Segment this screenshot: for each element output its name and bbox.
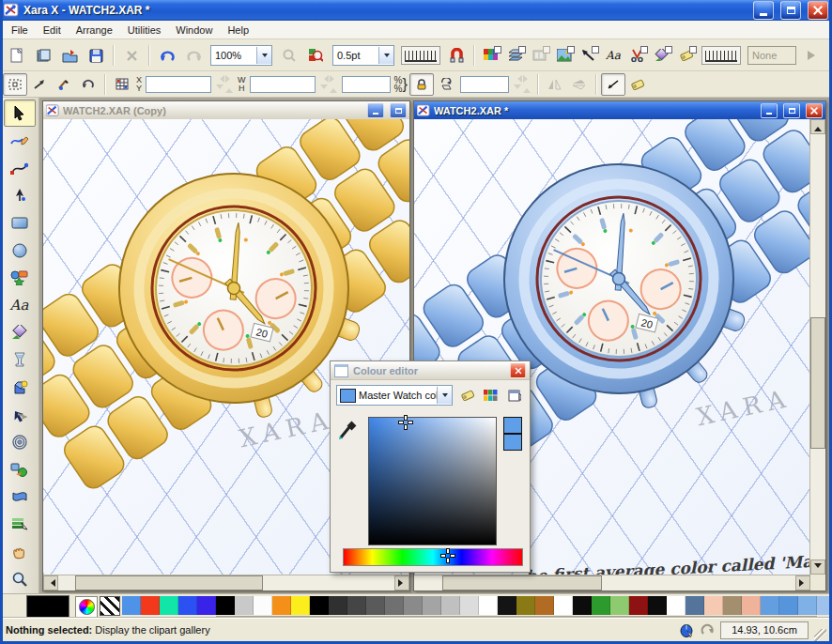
- document-copy-titlebar[interactable]: WATCH2.XAR (Copy): [43, 101, 409, 119]
- selector-tool[interactable]: [4, 100, 36, 127]
- palette-swatch[interactable]: [592, 596, 610, 615]
- skew-mode-button[interactable]: [434, 73, 458, 96]
- save-button[interactable]: [83, 43, 109, 68]
- redo-button[interactable]: [180, 43, 207, 68]
- colour-editor-titlebar[interactable]: Colour editor: [331, 361, 530, 380]
- titlebar[interactable]: Xara X - WATCH2.XAR *: [0, 0, 832, 21]
- palette-swatch[interactable]: [629, 596, 648, 615]
- colour-picker-crosshair[interactable]: [398, 415, 413, 430]
- shadow-tool[interactable]: [4, 401, 36, 428]
- zoom-tool[interactable]: [4, 566, 36, 593]
- freehand-tool[interactable]: [4, 127, 36, 154]
- flip-horizontal-button[interactable]: [543, 73, 567, 96]
- palette-swatch[interactable]: [197, 596, 216, 615]
- doc-vscrollbar[interactable]: [809, 119, 825, 575]
- flip-vertical-button[interactable]: [567, 73, 592, 96]
- scroll-right-button[interactable]: [394, 575, 409, 590]
- scroll-down-button[interactable]: [810, 560, 825, 575]
- fill-interactive-button[interactable]: [52, 73, 76, 96]
- new-from-template-button[interactable]: [30, 43, 56, 68]
- no-colour-swatch[interactable]: [100, 596, 120, 616]
- palette-swatch[interactable]: [141, 596, 160, 615]
- minimize-button[interactable]: [753, 1, 774, 20]
- palette-swatch[interactable]: [460, 596, 479, 615]
- angle-field[interactable]: [460, 76, 509, 93]
- menu-edit[interactable]: Edit: [36, 23, 69, 38]
- doc-copy-minimize-button[interactable]: [367, 103, 384, 118]
- menu-file[interactable]: File: [4, 23, 36, 38]
- palette-swatch[interactable]: [385, 596, 404, 615]
- transparency-tool[interactable]: [4, 346, 36, 374]
- palette-swatch[interactable]: [817, 596, 832, 615]
- new-document-button[interactable]: [4, 43, 30, 68]
- snap-grid-button[interactable]: [110, 73, 134, 96]
- lock-aspect-button[interactable]: [409, 73, 434, 96]
- palette-swatch[interactable]: [254, 596, 272, 615]
- colour-gallery-button[interactable]: [479, 44, 503, 67]
- show-colour-gallery-button[interactable]: [482, 386, 500, 405]
- quickshape-tool[interactable]: [4, 264, 36, 291]
- saturation-value-picker[interactable]: [368, 417, 497, 545]
- delete-button[interactable]: [118, 43, 145, 68]
- doc-copy-hscrollbar[interactable]: [43, 575, 409, 590]
- extra-options-button[interactable]: [506, 386, 524, 405]
- font-gallery-button[interactable]: Aa: [601, 44, 625, 67]
- palette-swatch[interactable]: [742, 596, 761, 615]
- scroll-up-button[interactable]: [810, 119, 825, 134]
- colour-editor-close-button[interactable]: [510, 363, 526, 378]
- palette-swatch[interactable]: [798, 596, 817, 615]
- pen-tool[interactable]: [4, 182, 36, 209]
- hue-strip[interactable]: [343, 548, 523, 566]
- document-titlebar[interactable]: WATCH2.XAR *: [414, 101, 825, 119]
- colour-editor-launch-button[interactable]: [75, 596, 98, 618]
- line-width-combo[interactable]: 0.5pt: [332, 45, 394, 66]
- redo-indicator-icon[interactable]: [700, 622, 715, 637]
- colour-name-combo-arrow[interactable]: [437, 387, 452, 404]
- size-nudge-arrows[interactable]: [320, 75, 337, 93]
- show-edit-handles-button[interactable]: [601, 73, 625, 96]
- live-effects-tool[interactable]: [4, 511, 36, 538]
- palette-swatch[interactable]: [648, 596, 667, 615]
- palette-swatch[interactable]: [516, 596, 535, 615]
- maximize-button[interactable]: [780, 1, 801, 20]
- doc-minimize-button[interactable]: [761, 103, 778, 118]
- zoom-to-drawing-button[interactable]: [302, 43, 329, 68]
- mould-tool[interactable]: [4, 483, 36, 511]
- scroll-thumb[interactable]: [810, 317, 825, 449]
- snap-to-objects-button[interactable]: [443, 43, 470, 68]
- palette-swatch[interactable]: [554, 596, 573, 615]
- hue-crosshair[interactable]: [440, 548, 455, 563]
- palette-swatch[interactable]: [667, 596, 686, 615]
- move-handle-button[interactable]: [27, 73, 52, 96]
- palette-swatch[interactable]: [779, 596, 798, 615]
- bitmap-gallery-button[interactable]: [552, 44, 577, 67]
- scale-field[interactable]: [342, 76, 391, 93]
- rectangle-tool[interactable]: [4, 209, 36, 237]
- palette-swatch[interactable]: [216, 596, 235, 615]
- line-gallery-button[interactable]: [577, 44, 601, 67]
- palette-swatch[interactable]: [404, 596, 423, 615]
- size-field[interactable]: [250, 76, 316, 93]
- scroll-left-button[interactable]: [43, 575, 58, 590]
- menu-help[interactable]: Help: [220, 23, 256, 38]
- palette-swatch[interactable]: [761, 596, 779, 615]
- scroll-right-button[interactable]: [795, 575, 810, 590]
- name-gallery-button[interactable]: [674, 44, 699, 67]
- palette-swatch[interactable]: [366, 596, 385, 615]
- palette-swatch[interactable]: [423, 596, 441, 615]
- doc-close-button[interactable]: [806, 103, 823, 118]
- rotate-mode-button[interactable]: [76, 73, 100, 96]
- text-tool[interactable]: Aa: [4, 292, 36, 319]
- zoom-combo-arrow[interactable]: [256, 47, 271, 64]
- palette-swatch[interactable]: [573, 596, 592, 615]
- palette-swatch[interactable]: [122, 596, 141, 615]
- palette-swatch[interactable]: [610, 596, 629, 615]
- palette-swatch[interactable]: [441, 596, 460, 615]
- previous-zoom-button[interactable]: [276, 43, 302, 68]
- menu-arrange[interactable]: Arrange: [69, 23, 120, 38]
- show-rulers-button[interactable]: [701, 46, 741, 65]
- undo-button[interactable]: [154, 43, 180, 68]
- select-bounds-button[interactable]: [3, 73, 27, 96]
- apply-name-tag-button[interactable]: [625, 73, 650, 96]
- bevel-tool[interactable]: [4, 374, 36, 401]
